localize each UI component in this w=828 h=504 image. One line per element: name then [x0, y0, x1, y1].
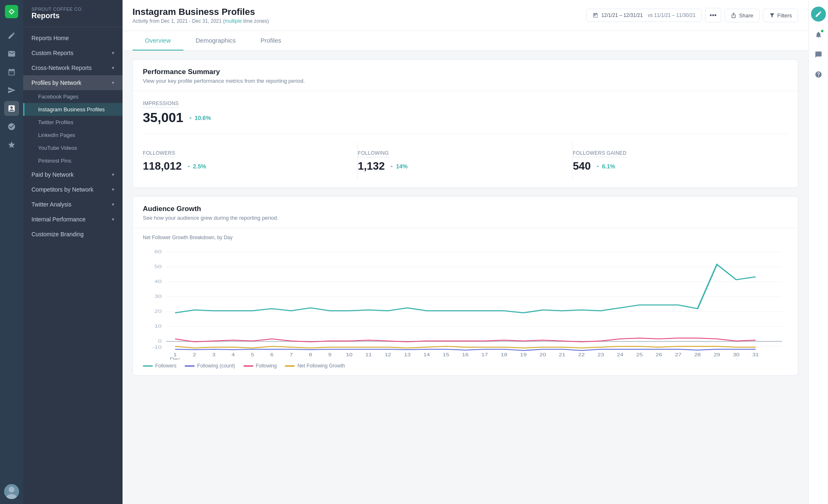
svg-text:30: 30	[154, 294, 161, 299]
sidebar-item-competitors-by-network[interactable]: Competitors by Network ▾	[23, 182, 123, 197]
legend-color-following	[243, 365, 253, 367]
sidebar-item-profiles-by-network[interactable]: Profiles by Network ▾	[23, 75, 123, 90]
sidebar-nav: Reports Home Custom Reports ▾ Cross-Netw…	[23, 27, 123, 245]
legend-following: Following	[243, 363, 277, 369]
nav-icon-tasks[interactable]	[4, 65, 19, 79]
impressions-metric: Impressions 35,001 10.6%	[143, 99, 788, 134]
right-rail	[808, 0, 828, 504]
chart-container: Net Follower Growth Breakdown, by Day	[133, 228, 798, 375]
timezone-link[interactable]: multiple	[225, 18, 242, 24]
svg-text:50: 50	[154, 264, 161, 269]
sidebar-item-custom-reports[interactable]: Custom Reports ▾	[23, 46, 123, 60]
following-change: 14%	[389, 163, 407, 170]
svg-text:18: 18	[501, 353, 508, 357]
user-avatar[interactable]	[4, 484, 19, 499]
audience-growth-header: Audience Growth See how your audience gr…	[133, 197, 798, 228]
svg-text:14: 14	[424, 353, 430, 357]
chevron-down-icon: ▾	[112, 80, 114, 86]
sidebar-header: Sprout Coffee Co. Reports	[23, 0, 123, 27]
performance-summary-header: Performance Summary View your key profil…	[133, 60, 798, 91]
tab-profiles[interactable]: Profiles	[248, 31, 294, 50]
svg-text:21: 21	[559, 353, 566, 357]
following-metric: Following 1,132 14%	[358, 142, 573, 179]
svg-text:6: 6	[270, 353, 274, 357]
svg-text:15: 15	[443, 353, 449, 357]
followers-gained-value: 540 6.1%	[573, 160, 788, 173]
svg-text:0: 0	[158, 338, 162, 343]
sidebar-item-paid-by-network[interactable]: Paid by Network ▾	[23, 167, 123, 182]
tab-demographics[interactable]: Demographics	[183, 31, 248, 50]
right-rail-bell-icon[interactable]	[812, 28, 825, 41]
page-subtitle: Activity from Dec 1, 2021 - Dec 31, 2021…	[132, 18, 269, 24]
legend-net-following-growth: Net Following Growth	[285, 363, 345, 369]
sidebar-section-title: Reports	[31, 12, 114, 20]
svg-text:3: 3	[212, 353, 215, 357]
chart-wrapper: 60 50 40 30 20 10 0 -10	[143, 244, 788, 360]
sidebar-subitem-facebook-pages[interactable]: Facebook Pages	[23, 90, 123, 103]
svg-text:29: 29	[714, 353, 720, 357]
audience-growth-desc: See how your audience grew during the re…	[143, 215, 788, 221]
svg-text:24: 24	[617, 353, 623, 357]
content-area: Performance Summary View your key profil…	[123, 51, 808, 504]
right-rail-chat-icon[interactable]	[812, 48, 825, 61]
svg-text:20: 20	[154, 309, 161, 314]
performance-summary-title: Performance Summary	[143, 68, 788, 76]
tabs-bar: Overview Demographics Profiles	[123, 31, 808, 51]
app-logo	[5, 5, 18, 18]
arrow-up-icon	[389, 163, 395, 169]
svg-text:12: 12	[385, 353, 391, 357]
filters-button[interactable]: Filters	[763, 9, 798, 22]
followers-value: 118,012 2.5%	[143, 160, 357, 173]
share-button[interactable]: Share	[724, 9, 760, 22]
sidebar-subitem-pinterest-pins[interactable]: Pinterest Pins	[23, 154, 123, 167]
sidebar-item-reports-home[interactable]: Reports Home	[23, 31, 123, 46]
metrics-container: Impressions 35,001 10.6% Followers	[133, 91, 798, 187]
sidebar-subitem-linkedin-pages[interactable]: LinkedIn Pages	[23, 129, 123, 142]
nav-icon-compose[interactable]	[4, 28, 19, 43]
svg-text:11: 11	[365, 353, 372, 357]
svg-text:26: 26	[656, 353, 662, 357]
sidebar-item-cross-network[interactable]: Cross-Network Reports ▾	[23, 60, 123, 75]
svg-text:1: 1	[173, 353, 177, 357]
sidebar-item-twitter-analysis[interactable]: Twitter Analysis ▾	[23, 197, 123, 212]
sidebar-subitem-youtube-videos[interactable]: YouTube Videos	[23, 142, 123, 154]
nav-icon-publishing[interactable]	[4, 83, 19, 98]
sidebar-item-internal-performance[interactable]: Internal Performance ▾	[23, 212, 123, 227]
nav-icon-star[interactable]	[4, 137, 19, 152]
svg-text:7: 7	[289, 353, 293, 357]
svg-text:60: 60	[154, 249, 161, 254]
svg-text:9: 9	[328, 353, 332, 357]
notification-dot	[821, 29, 824, 33]
nav-icon-automation[interactable]	[4, 119, 19, 134]
sidebar-subitem-instagram-business[interactable]: Instagram Business Profiles	[23, 103, 123, 116]
audience-chart: 60 50 40 30 20 10 0 -10	[143, 244, 788, 360]
more-options-button[interactable]: •••	[705, 8, 721, 23]
share-icon	[731, 12, 737, 18]
sidebar: Sprout Coffee Co. Reports Reports Home C…	[23, 0, 123, 504]
svg-text:Dec: Dec	[170, 357, 180, 360]
page-title: Instagram Business Profiles	[132, 7, 269, 17]
chevron-down-icon: ▾	[112, 202, 114, 207]
right-rail-compose-icon[interactable]	[811, 7, 826, 22]
metrics-row: Followers 118,012 2.5% Following 1,1	[143, 142, 788, 179]
right-rail-help-icon[interactable]	[812, 68, 825, 81]
nav-icon-reports[interactable]	[4, 101, 19, 116]
impressions-label: Impressions	[143, 101, 179, 108]
svg-text:20: 20	[539, 353, 546, 357]
date-range-button[interactable]: 12/1/21 – 12/31/21 vs 11/1/21 – 11/30/21	[586, 9, 702, 22]
filters-label: Filters	[777, 12, 792, 19]
followers-gained-label: Followers Gained	[573, 150, 627, 157]
sidebar-item-customize-branding[interactable]: Customize Branding	[23, 227, 123, 242]
svg-text:19: 19	[520, 353, 527, 357]
following-value: 1,132 14%	[358, 160, 572, 173]
legend-color-net-following-growth	[285, 365, 295, 367]
chevron-down-icon: ▾	[112, 65, 114, 71]
sidebar-subitem-twitter-profiles[interactable]: Twitter Profiles	[23, 116, 123, 129]
date-range-vs: vs 11/1/21 – 11/30/21	[648, 12, 696, 18]
audience-growth-title: Audience Growth	[143, 205, 788, 213]
svg-text:40: 40	[154, 279, 161, 284]
nav-icon-inbox[interactable]	[4, 46, 19, 61]
svg-text:25: 25	[636, 353, 643, 357]
chevron-down-icon: ▾	[112, 50, 114, 56]
tab-overview[interactable]: Overview	[132, 31, 183, 50]
